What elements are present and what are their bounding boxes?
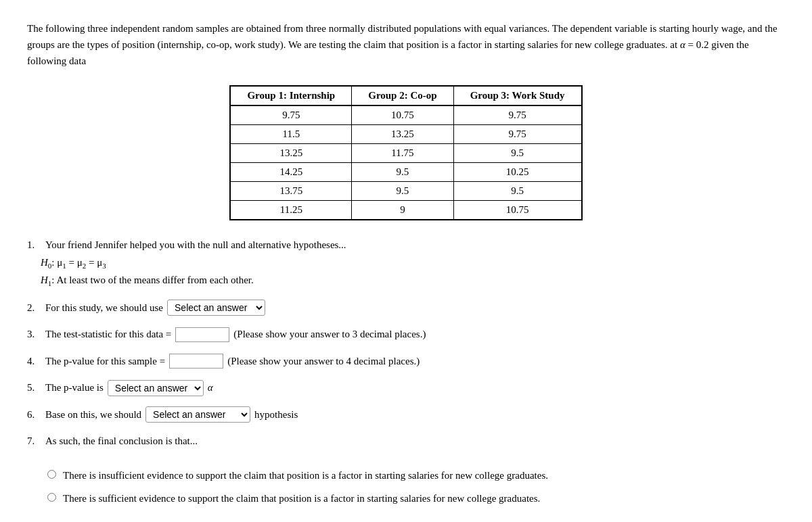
table-row: 14.259.510.25 — [230, 163, 581, 182]
radio-sufficient[interactable] — [47, 493, 56, 502]
radio-insufficient[interactable] — [47, 470, 56, 479]
question-1: 1. Your friend Jennifer helped you with … — [27, 237, 785, 290]
col-header-group3: Group 3: Work Study — [453, 86, 581, 105]
q4-number: 4. — [27, 353, 35, 371]
radio-option-2: There is sufficient evidence to support … — [47, 490, 785, 506]
table-row: 11.513.259.75 — [230, 125, 581, 144]
table-cell-r3-c1: 9.5 — [352, 163, 453, 182]
q7-number: 7. — [27, 433, 35, 450]
table-cell-r4-c0: 13.75 — [230, 182, 351, 201]
table-cell-r4-c2: 9.5 — [453, 182, 581, 201]
table-row: 13.2511.759.5 — [230, 144, 581, 163]
q1-h1: H1: At least two of the means differ fro… — [41, 272, 785, 290]
q7-text: As such, the final conclusion is that... — [45, 433, 198, 450]
q4-text: The p-value for this sample = — [45, 353, 165, 371]
question-5: 5. The p-value is Select an answer less … — [27, 379, 785, 397]
q1-h0: H0: μ1 = μ2 = μ3 — [41, 254, 785, 272]
table-cell-r0-c2: 9.75 — [453, 105, 581, 125]
table-row: 13.759.59.5 — [230, 182, 581, 201]
q1-text: Your friend Jennifer helped you with the… — [45, 237, 346, 254]
radio1-label: There is insufficient evidence to suppor… — [63, 467, 548, 483]
q2-select[interactable]: Select an answer One-Way ANOVA Two-Way A… — [167, 300, 265, 316]
table-cell-r4-c1: 9.5 — [352, 182, 453, 201]
table-cell-r1-c1: 13.25 — [352, 125, 453, 144]
table-cell-r5-c1: 9 — [352, 201, 453, 220]
table-cell-r3-c0: 14.25 — [230, 163, 351, 182]
col-header-group2: Group 2: Co-op — [352, 86, 453, 105]
question-4: 4. The p-value for this sample = (Please… — [27, 353, 785, 371]
table-cell-r2-c2: 9.5 — [453, 144, 581, 163]
table-row: 9.7510.759.75 — [230, 105, 581, 125]
q2-text: For this study, we should use — [45, 300, 163, 317]
col-header-group1: Group 1: Internship — [230, 86, 351, 105]
intro-paragraph: The following three independent random s… — [27, 20, 785, 69]
table-cell-r2-c1: 11.75 — [352, 144, 453, 163]
q2-number: 2. — [27, 300, 35, 317]
q4-note: (Please show your answer to 4 decimal pl… — [227, 353, 420, 371]
question-2: 2. For this study, we should use Select … — [27, 300, 785, 317]
table-row: 11.25910.75 — [230, 201, 581, 220]
table-cell-r1-c0: 11.5 — [230, 125, 351, 144]
data-table: Group 1: Internship Group 2: Co-op Group… — [229, 85, 582, 220]
radio2-label: There is sufficient evidence to support … — [63, 490, 540, 506]
q3-number: 3. — [27, 326, 35, 343]
data-table-wrapper: Group 1: Internship Group 2: Co-op Group… — [27, 85, 785, 220]
q6-select[interactable]: Select an answer reject the null fail to… — [145, 406, 250, 423]
question-6: 6. Base on this, we should Select an ans… — [27, 406, 785, 424]
q3-text: The test-statistic for this data = — [45, 326, 171, 343]
table-cell-r5-c2: 10.75 — [453, 201, 581, 220]
radio-option-1: There is insufficient evidence to suppor… — [47, 467, 785, 483]
table-cell-r1-c2: 9.75 — [453, 125, 581, 144]
q6-text: Base on this, we should — [45, 406, 141, 424]
table-cell-r3-c2: 10.25 — [453, 163, 581, 182]
table-cell-r0-c1: 10.75 — [352, 105, 453, 125]
q3-note: (Please show your answer to 3 decimal pl… — [233, 326, 426, 343]
questions-section: 1. Your friend Jennifer helped you with … — [27, 237, 785, 506]
q6-suffix: hypothesis — [254, 406, 298, 424]
table-cell-r0-c0: 9.75 — [230, 105, 351, 125]
q4-input[interactable] — [169, 354, 223, 369]
q1-number: 1. — [27, 237, 35, 254]
q5-select[interactable]: Select an answer less than greater than … — [108, 380, 204, 396]
q5-alpha: α — [208, 379, 213, 397]
table-cell-r2-c0: 13.25 — [230, 144, 351, 163]
question-3: 3. The test-statistic for this data = (P… — [27, 326, 785, 343]
table-cell-r5-c0: 11.25 — [230, 201, 351, 220]
q6-number: 6. — [27, 406, 35, 424]
q3-input[interactable] — [175, 327, 229, 342]
question-7: 7. As such, the final conclusion is that… — [27, 433, 785, 506]
q5-number: 5. — [27, 379, 35, 397]
q5-text: The p-value is — [45, 379, 104, 397]
